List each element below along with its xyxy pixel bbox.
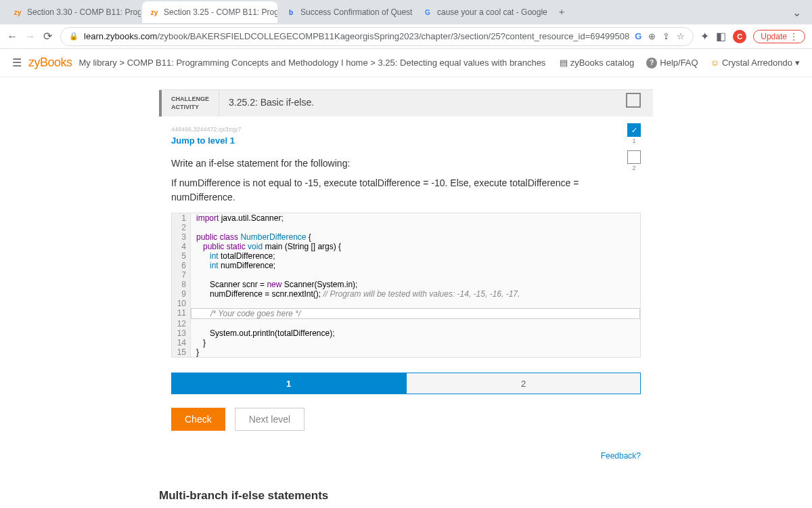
line-number: 15 xyxy=(172,347,191,357)
code-line: public class NumberDifference { xyxy=(191,232,311,242)
main-content: CHALLENGEACTIVITY 3.25.2: Basic if-else.… xyxy=(0,77,812,508)
tab-title: Section 3.30 - COMP B11: Prog xyxy=(27,7,141,17)
tab-favicon: zy xyxy=(12,7,23,18)
browser-tab-strip: zySection 3.30 - COMP B11: Prog×zySectio… xyxy=(0,0,812,24)
line-number: 1 xyxy=(172,213,191,223)
code-line xyxy=(191,299,196,308)
level-indicator[interactable]: 2 xyxy=(627,150,641,164)
app-header: ☰ zyBooks My library > COMP B11: Program… xyxy=(0,49,812,77)
tab-favicon: zy xyxy=(149,7,160,18)
line-number: 5 xyxy=(172,251,191,261)
side-panel-icon[interactable]: ◧ xyxy=(716,30,726,43)
line-number: 7 xyxy=(172,270,191,280)
activity-status-box xyxy=(626,93,641,108)
code-line xyxy=(191,270,196,280)
profile-avatar[interactable]: C xyxy=(733,30,746,43)
breadcrumb[interactable]: My library > COMP B11: Programming Conce… xyxy=(79,58,546,68)
user-menu[interactable]: ☺Crystal Arredondo▾ xyxy=(710,58,800,68)
extensions-icon[interactable]: ✦ xyxy=(700,30,709,43)
line-number: 4 xyxy=(172,242,191,251)
feedback-link[interactable]: Feedback? xyxy=(171,451,641,461)
code-line: int totalDifference; xyxy=(191,251,275,261)
catalog-link[interactable]: ▤zyBooks catalog xyxy=(560,58,635,68)
pager-level[interactable]: 2 xyxy=(406,373,641,394)
code-line: Scanner scnr = new Scanner(System.in); xyxy=(191,280,357,289)
pager-level[interactable]: 1 xyxy=(171,373,406,394)
menu-icon[interactable]: ☰ xyxy=(12,56,22,69)
lock-icon: 🔒 xyxy=(69,32,78,41)
code-line: import java.util.Scanner; xyxy=(191,213,284,223)
activity-title: 3.25.2: Basic if-else. xyxy=(219,90,323,117)
line-number: 13 xyxy=(172,329,191,338)
activity-id: 448466.3244472.qx3zqy7 xyxy=(171,126,641,133)
google-icon[interactable]: G xyxy=(635,31,641,41)
next-level-button[interactable]: Next level xyxy=(235,408,304,431)
level-pager: 12 xyxy=(171,373,641,394)
code-line: numDifference = scnr.nextInt(); // Progr… xyxy=(191,289,520,299)
code-line[interactable]: /* Your code goes here */ xyxy=(191,308,640,319)
update-button[interactable]: Update ⋮ xyxy=(753,30,805,43)
tab-title: Success Confirmation of Quest xyxy=(300,7,412,17)
url-text: learn.zybooks.com/zybook/BAKERSFIELDCOLL… xyxy=(84,31,629,41)
browser-tab[interactable]: bSuccess Confirmation of Quest× xyxy=(279,1,414,23)
new-tab-button[interactable]: ＋ xyxy=(552,3,571,22)
zoom-icon[interactable]: ⊕ xyxy=(648,31,656,41)
code-line: } xyxy=(191,347,199,357)
instruction-line-1: Write an if-else statement for the follo… xyxy=(171,156,641,171)
tab-overflow-button[interactable]: ⌄ xyxy=(787,6,807,19)
share-icon[interactable]: ⇪ xyxy=(662,31,670,41)
line-number: 2 xyxy=(172,223,191,232)
browser-tab[interactable]: zySection 3.25 - COMP B11: Prog× xyxy=(142,1,277,23)
jump-to-level-link[interactable]: Jump to level 1 xyxy=(171,135,641,146)
line-number: 8 xyxy=(172,280,191,289)
tab-favicon: G xyxy=(422,7,433,18)
line-number: 6 xyxy=(172,261,191,270)
code-line xyxy=(191,319,196,329)
address-bar[interactable]: 🔒 learn.zybooks.com/zybook/BAKERSFIELDCO… xyxy=(60,27,694,46)
tab-title: cause your a cool cat - Google xyxy=(437,7,547,17)
line-number: 14 xyxy=(172,338,191,347)
browser-toolbar: ← → ⟳ 🔒 learn.zybooks.com/zybook/BAKERSF… xyxy=(0,24,812,49)
tab-favicon: b xyxy=(286,7,296,18)
instruction-line-2: If numDifference is not equal to -15, ex… xyxy=(171,176,641,205)
line-number: 3 xyxy=(172,232,191,242)
section-heading: Multi-branch if-else statements xyxy=(159,489,653,503)
challenge-activity: CHALLENGEACTIVITY 3.25.2: Basic if-else.… xyxy=(159,89,653,470)
reload-button[interactable]: ⟳ xyxy=(43,30,53,43)
check-button[interactable]: Check xyxy=(171,408,225,431)
help-link[interactable]: ?Help/FAQ xyxy=(646,58,698,68)
code-line: int numDifference; xyxy=(191,261,275,270)
line-number: 12 xyxy=(172,319,191,329)
code-line: public static void main (String [] args)… xyxy=(191,242,341,251)
bookmark-icon[interactable]: ☆ xyxy=(677,31,685,41)
line-number: 11 xyxy=(172,308,191,319)
activity-header: CHALLENGEACTIVITY 3.25.2: Basic if-else. xyxy=(159,90,653,117)
browser-tab[interactable]: Gcause your a cool cat - Google× xyxy=(415,1,551,23)
logo[interactable]: zyBooks xyxy=(28,56,72,70)
code-line xyxy=(191,223,196,232)
browser-tab[interactable]: zySection 3.30 - COMP B11: Prog× xyxy=(5,1,141,23)
code-line: } xyxy=(191,338,206,347)
tab-title: Section 3.25 - COMP B11: Prog xyxy=(164,7,277,17)
line-number: 9 xyxy=(172,289,191,299)
line-number: 10 xyxy=(172,299,191,308)
level-indicator[interactable]: ✓1 xyxy=(627,123,641,137)
code-editor[interactable]: 1import java.util.Scanner;23public class… xyxy=(171,213,641,358)
forward-button[interactable]: → xyxy=(24,30,35,43)
code-line: System.out.println(totalDifference); xyxy=(191,329,335,338)
back-button[interactable]: ← xyxy=(7,30,18,43)
activity-type-label: CHALLENGEACTIVITY xyxy=(162,90,219,117)
